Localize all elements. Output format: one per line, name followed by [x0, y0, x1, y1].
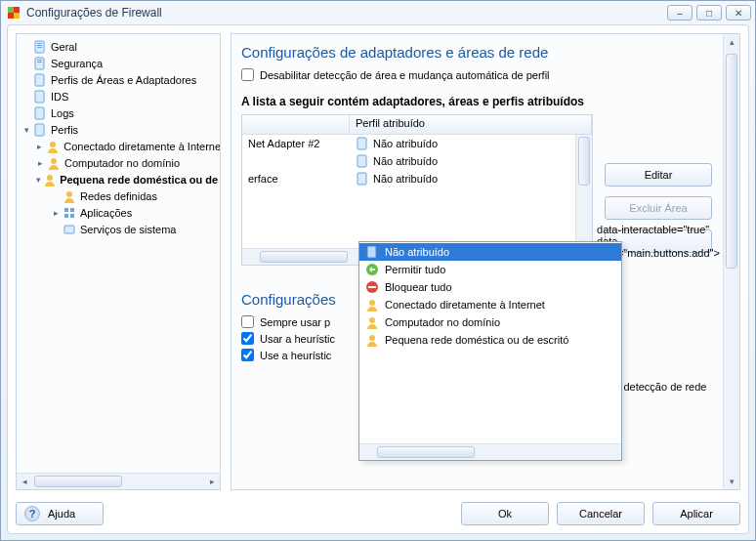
- sidebar-item-label: Perfis de Áreas e Adaptadores: [51, 74, 196, 86]
- sidebar-item-pequena-rede[interactable]: ▾ Pequena rede doméstica ou de escritóri…: [17, 171, 220, 187]
- page-icon: [365, 245, 379, 259]
- main-panel: Configurações de adaptadores e áreas de …: [231, 33, 740, 490]
- checkbox-input[interactable]: [241, 349, 254, 361]
- sidebar-item-label: Conectado diretamente à Internet: [63, 141, 220, 152]
- page-icon: [356, 137, 369, 150]
- svg-rect-7: [35, 58, 44, 69]
- maximize-button[interactable]: □: [696, 5, 722, 21]
- close-button[interactable]: ✕: [726, 5, 751, 21]
- svg-rect-22: [64, 226, 74, 233]
- ok-button[interactable]: Ok: [461, 502, 549, 525]
- sidebar-item-servicos-sistema[interactable]: Serviços de sistema: [17, 221, 220, 237]
- help-icon: ?: [24, 506, 40, 521]
- scroll-up-icon[interactable]: ▴: [724, 34, 739, 50]
- scroll-left-icon[interactable]: ◂: [17, 474, 32, 489]
- help-label: Ajuda: [48, 508, 75, 520]
- app-icon: [7, 6, 21, 20]
- adapter-name: Net Adapter #2: [242, 138, 350, 149]
- sidebar-item-computador-dominio[interactable]: ▸ Computador no domínio: [17, 154, 220, 171]
- sidebar-item-seguranca[interactable]: Segurança: [17, 55, 220, 71]
- svg-point-16: [47, 175, 53, 181]
- svg-rect-20: [64, 214, 68, 218]
- checkbox-input[interactable]: [241, 332, 254, 345]
- sidebar-item-label: Computador no domínio: [64, 157, 180, 169]
- svg-point-31: [369, 317, 375, 323]
- scroll-thumb[interactable]: [578, 137, 590, 186]
- scroll-down-icon[interactable]: ▾: [724, 474, 739, 489]
- scroll-right-icon[interactable]: ▸: [204, 474, 220, 489]
- window-title: Configurações de Firewall: [26, 6, 667, 20]
- scroll-thumb[interactable]: [726, 54, 737, 269]
- svg-point-17: [66, 191, 72, 197]
- scroll-thumb[interactable]: [260, 251, 348, 263]
- sidebar-item-label: Segurança: [51, 58, 103, 69]
- column-header-adapter[interactable]: [242, 115, 350, 134]
- dropdown-option-computador-dominio[interactable]: Computador no domínio: [359, 313, 621, 331]
- edit-button[interactable]: Editar: [605, 163, 712, 187]
- sidebar-horizontal-scrollbar[interactable]: ◂ ▸: [17, 473, 220, 489]
- svg-rect-9: [37, 62, 42, 62]
- scroll-thumb[interactable]: [34, 476, 122, 487]
- dropdown-option-pequena-rede[interactable]: Pequena rede doméstica ou de escritó: [359, 331, 621, 349]
- sidebar-item-logs[interactable]: Logs: [17, 104, 220, 121]
- svg-rect-21: [70, 214, 74, 218]
- profile-label: Não atribuído: [373, 173, 438, 185]
- sidebar-item-aplicacoes[interactable]: ▸ Aplicações: [17, 204, 220, 221]
- table-header: Perfil atribuído: [242, 115, 592, 135]
- sidebar-item-conectado-internet[interactable]: ▸ Conectado diretamente à Internet: [17, 138, 220, 154]
- user-icon: [365, 315, 379, 329]
- dropdown-option-conectado-internet[interactable]: Conectado diretamente à Internet: [359, 296, 621, 313]
- table-row[interactable]: Não atribuído: [242, 152, 592, 170]
- dropdown-option-label: Computador no domínio: [385, 316, 500, 328]
- checkbox-input[interactable]: [241, 315, 254, 328]
- page-icon: [32, 56, 48, 71]
- profile-label: Não atribuído: [373, 138, 438, 149]
- checkbox-input[interactable]: [241, 68, 254, 81]
- cancel-button[interactable]: Cancelar: [557, 502, 645, 525]
- scroll-thumb[interactable]: [377, 446, 475, 458]
- list-vertical-scrollbar[interactable]: [575, 135, 592, 248]
- page-icon: [32, 72, 48, 88]
- delete-area-button[interactable]: Excluir Área: [605, 196, 712, 220]
- dropdown-horizontal-scrollbar[interactable]: [359, 443, 621, 460]
- sidebar-item-label: Pequena rede doméstica ou de escritório: [60, 174, 220, 186]
- dropdown-option-bloquear-tudo[interactable]: Bloquear tudo: [359, 278, 621, 296]
- table-row[interactable]: Net Adapter #2 Não atribuído: [242, 135, 592, 152]
- page-icon: [32, 39, 48, 55]
- svg-rect-25: [357, 173, 366, 185]
- sidebar-item-perfis-areas[interactable]: Perfis de Áreas e Adaptadores: [17, 71, 220, 88]
- svg-rect-18: [64, 208, 68, 212]
- sidebar-item-label: IDS: [51, 91, 68, 103]
- minimize-button[interactable]: –: [667, 5, 693, 21]
- list-heading: A lista a seguir contém adaptadores, áre…: [241, 95, 718, 108]
- sidebar-item-redes-definidas[interactable]: Redes definidas: [17, 187, 220, 204]
- svg-rect-11: [35, 91, 44, 103]
- sidebar-item-perfis[interactable]: ▾ Perfis: [17, 121, 220, 138]
- help-button[interactable]: ? Ajuda: [16, 502, 104, 525]
- dropdown-option-label: Pequena rede doméstica ou de escritó: [385, 334, 568, 346]
- table-row[interactable]: erface Não atribuído: [242, 170, 592, 187]
- checkbox-label: Sempre usar p: [260, 316, 330, 328]
- main-content: Configurações de adaptadores e áreas de …: [231, 34, 739, 489]
- main-vertical-scrollbar[interactable]: ▴ ▾: [723, 34, 739, 489]
- disable-detection-checkbox[interactable]: Desabilitar detecção de área e mudança a…: [241, 68, 718, 81]
- column-header-profile[interactable]: Perfil atribuído: [350, 115, 592, 134]
- sidebar-panel: Geral Segurança Perfis de Áreas e Adapta…: [16, 33, 221, 490]
- svg-rect-4: [37, 43, 42, 44]
- sidebar-item-geral[interactable]: Geral: [17, 38, 220, 55]
- dropdown-option-nao-atribuido[interactable]: Não atribuído: [359, 243, 621, 261]
- list-action-buttons: Editar Excluir Área data-interactable="t…: [605, 163, 712, 253]
- profile-dropdown[interactable]: Não atribuído Permitir tudo Bloquear tud…: [358, 241, 622, 461]
- sidebar-item-ids[interactable]: IDS: [17, 88, 220, 104]
- nav-tree[interactable]: Geral Segurança Perfis de Áreas e Adapta…: [17, 34, 220, 473]
- svg-point-32: [369, 335, 375, 341]
- dropdown-option-label: Não atribuído: [385, 246, 449, 258]
- apply-button[interactable]: Aplicar: [652, 502, 740, 525]
- page-icon: [356, 154, 369, 168]
- profile-cell: Não atribuído: [350, 172, 592, 186]
- sidebar-item-label: Serviços de sistema: [80, 224, 176, 235]
- svg-rect-29: [368, 286, 376, 288]
- dropdown-option-permitir-tudo[interactable]: Permitir tudo: [359, 261, 621, 278]
- page-icon: [32, 122, 48, 138]
- titlebar: Configurações de Firewall – □ ✕: [1, 1, 755, 24]
